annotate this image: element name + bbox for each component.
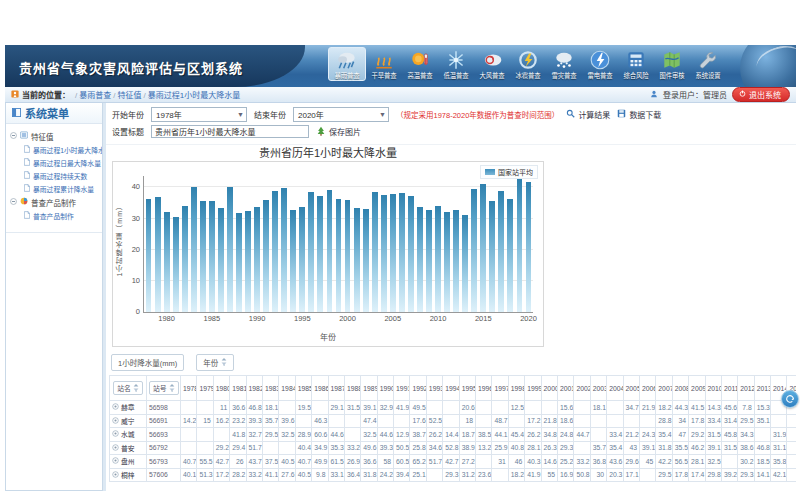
bar-2002[interactable] [363, 209, 369, 312]
bar-1999[interactable] [336, 199, 342, 312]
bar-2013[interactable] [462, 215, 468, 313]
bar-1992[interactable] [272, 191, 278, 312]
nav-item-heat[interactable]: 高温普查 [402, 47, 438, 81]
tree-leaf[interactable]: 暴雨过程1小时最大降水量 [24, 143, 102, 156]
year-column-header[interactable]: 1993 [426, 376, 442, 401]
year-column-header[interactable]: 1998 [508, 376, 524, 401]
end-year-select[interactable]: 2020年▼ [293, 107, 389, 122]
nav-item-drought[interactable]: 干旱普查 [366, 47, 402, 81]
year-column-header[interactable]: 2009 [689, 376, 705, 401]
year-column-header[interactable]: 1994 [443, 376, 459, 401]
bar-1991[interactable] [263, 200, 269, 312]
row-radio[interactable] [112, 417, 119, 425]
bar-1998[interactable] [327, 190, 333, 312]
row-radio[interactable] [112, 430, 119, 438]
row-radio[interactable] [112, 444, 119, 452]
year-column-header[interactable]: 2010 [705, 376, 721, 401]
year-column-header[interactable]: 1996 [476, 376, 492, 401]
year-column-header[interactable]: 2012 [738, 376, 754, 401]
refresh-float-button[interactable] [781, 390, 799, 408]
bar-2001[interactable] [354, 208, 360, 312]
bar-1981[interactable] [173, 217, 179, 312]
tree-leaf[interactable]: 暴雨过程日最大降水量 [24, 156, 102, 169]
year-column-header[interactable]: 2008 [672, 376, 688, 401]
measure-chip[interactable]: 1小时降水量(mm) [111, 354, 184, 371]
logout-button[interactable]: 退出系统 [732, 87, 790, 102]
year-column-header[interactable]: 2002 [574, 376, 590, 401]
row-radio[interactable] [112, 471, 119, 479]
year-column-header[interactable]: 1991 [394, 376, 410, 401]
year-column-header[interactable]: 1985 [295, 376, 311, 401]
bar-1983[interactable] [191, 187, 197, 312]
year-column-header[interactable]: 2013 [754, 376, 770, 401]
year-column-header[interactable]: 2006 [639, 376, 655, 401]
tree-group[interactable]: 普查产品制作 [10, 195, 102, 209]
year-column-header[interactable]: 1986 [312, 376, 328, 401]
nav-item-cold[interactable]: 低温普查 [438, 47, 474, 81]
nav-item-hail[interactable]: 冰雹普查 [510, 47, 546, 81]
bar-1988[interactable] [236, 213, 242, 312]
year-column-header[interactable]: 2004 [607, 376, 623, 401]
tree-group[interactable]: 特征值 [10, 129, 102, 143]
year-column-header[interactable]: 1981 [230, 376, 246, 401]
nav-item-settings[interactable]: 系统设置 [690, 47, 726, 81]
breadcrumb-item[interactable]: 暴雨过程1小时最大降水量 [148, 91, 240, 100]
bar-2012[interactable] [453, 210, 459, 312]
collapse-toggle-icon[interactable] [10, 132, 17, 141]
bar-2010[interactable] [435, 206, 441, 312]
bar-2020[interactable] [526, 182, 532, 312]
bar-1979[interactable] [155, 197, 161, 312]
calculate-button[interactable]: 计算结果 [566, 109, 610, 120]
nav-item-snow[interactable]: 雪灾普查 [546, 47, 582, 81]
tree-leaf[interactable]: 暴雨过程累计降水量 [24, 182, 102, 195]
collapse-toggle-icon[interactable] [10, 198, 17, 207]
bar-1994[interactable] [290, 210, 296, 312]
bar-2017[interactable] [498, 191, 504, 312]
year-column-header[interactable]: 2000 [541, 376, 557, 401]
row-radio[interactable] [112, 403, 119, 411]
bar-2004[interactable] [381, 195, 387, 312]
year-column-header[interactable]: 2011 [721, 376, 737, 401]
bar-2011[interactable] [444, 212, 450, 312]
bar-2018[interactable] [507, 199, 513, 312]
year-column-header[interactable]: 1983 [262, 376, 278, 401]
bar-2006[interactable] [399, 193, 405, 312]
bar-2008[interactable] [417, 207, 423, 312]
nav-item-map-review[interactable]: 图件审核 [654, 47, 690, 81]
year-column-header[interactable]: 1987 [328, 376, 344, 401]
breadcrumb-item[interactable]: 特征值 [117, 91, 141, 100]
row-radio[interactable] [112, 457, 119, 465]
bar-1997[interactable] [317, 196, 323, 312]
nav-item-lightning[interactable]: 雷电普查 [582, 47, 618, 81]
year-column-header[interactable]: 1984 [279, 376, 295, 401]
download-button[interactable]: 数据下载 [617, 109, 661, 120]
bar-2007[interactable] [408, 196, 414, 313]
start-year-select[interactable]: 1978年▼ [151, 107, 247, 122]
bar-2003[interactable] [372, 192, 378, 312]
bar-1985[interactable] [209, 201, 215, 312]
bar-2000[interactable] [345, 200, 351, 312]
bar-2014[interactable] [471, 189, 477, 312]
bar-1982[interactable] [182, 206, 188, 313]
year-column-header[interactable]: 1997 [492, 376, 508, 401]
year-column-header[interactable]: 1979 [197, 376, 213, 401]
bar-2019[interactable] [517, 179, 523, 312]
year-column-header[interactable]: 1978 [181, 376, 197, 401]
bar-1980[interactable] [164, 212, 170, 312]
tree-leaf[interactable]: 普查产品制作 [24, 209, 102, 222]
year-column-header[interactable]: 1989 [361, 376, 377, 401]
bar-1986[interactable] [218, 208, 224, 312]
breadcrumb-item[interactable]: 暴雨普查 [79, 91, 111, 100]
chart-title-input[interactable] [151, 125, 309, 138]
year-column-header[interactable]: 1982 [246, 376, 262, 401]
bar-1996[interactable] [308, 192, 314, 312]
bar-1984[interactable] [200, 201, 206, 312]
bar-1989[interactable] [245, 211, 251, 312]
year-column-header[interactable]: 2001 [557, 376, 573, 401]
bar-1995[interactable] [299, 207, 305, 312]
nav-item-wind[interactable]: 大风普查 [474, 47, 510, 81]
year-column-header[interactable]: 1990 [377, 376, 393, 401]
year-column-header[interactable]: 2003 [590, 376, 606, 401]
station-name-header[interactable]: 站名 [113, 381, 143, 395]
bar-1978[interactable] [146, 199, 152, 312]
